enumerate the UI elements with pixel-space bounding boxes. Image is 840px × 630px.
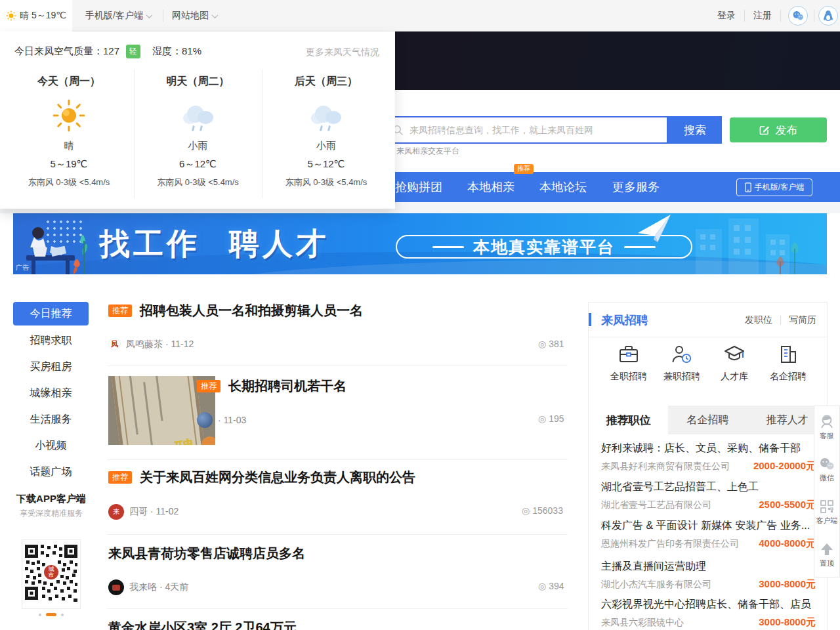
tab-recommended-jobs[interactable]: 推荐职位 xyxy=(589,406,668,434)
nav-mobile-app-label: 手机版/客户端 xyxy=(755,182,804,193)
nav-item-local-dating[interactable]: 本地相亲 xyxy=(467,172,514,202)
view-count: ◎ 195 xyxy=(538,413,564,424)
feed-item-title-text: 黄金水岸小区3室 2厅 2卫64万元 xyxy=(108,619,297,630)
feed-item-title[interactable]: 推荐 长期招聘司机若干名 xyxy=(197,377,346,395)
divider xyxy=(107,459,568,460)
wechat-login-button[interactable] xyxy=(788,6,808,26)
float-item-label: 客服 xyxy=(820,431,834,441)
views-icon: ◎ xyxy=(522,505,530,516)
wechat-contact-button[interactable]: 微信 xyxy=(814,449,839,492)
app-client-button[interactable]: 客户端 xyxy=(814,492,839,534)
sidebar-item-life[interactable]: 生活服务 xyxy=(13,408,89,431)
search-button-label: 搜索 xyxy=(684,123,706,138)
feed-item-title[interactable]: 推荐 关于来凤百姓网分类信息业务负责人离职的公告 xyxy=(108,469,415,486)
job-item[interactable]: 六彩视界视光中心招聘店长、储备干部、店员 来凤县六彩眼镜中心 3000-8000… xyxy=(601,598,816,629)
topbar-sitemap-menu[interactable]: 网站地图 xyxy=(172,0,217,32)
weather-wind: 东南风 0-3级 <5.4m/s xyxy=(157,177,239,188)
job-item[interactable]: 科发广告 & 平面设计 新媒体 安装广告 业务... 恩施州科发广告印务有限责任… xyxy=(601,519,816,550)
sidebar-item-video[interactable]: 小视频 xyxy=(13,434,89,457)
weather-condition: 小雨 xyxy=(188,140,208,152)
banner-title: 找工作 聘人才 xyxy=(100,224,388,264)
job-item[interactable]: 主播及直播间运营助理 湖北小杰汽车服务有限公司 3000-8000元 xyxy=(601,560,816,591)
register-label: 注册 xyxy=(753,10,772,22)
quick-link-parttime[interactable]: 兼职招聘 xyxy=(656,345,708,383)
app-qr-code: 城 市 xyxy=(22,539,81,609)
sidebar-item-topics[interactable]: 话题广场 xyxy=(13,460,89,484)
dash-decor xyxy=(624,246,656,248)
sidebar-item-jobs[interactable]: 招聘求职 xyxy=(13,329,89,352)
edit-icon xyxy=(759,125,770,135)
chevron-down-icon xyxy=(212,12,219,18)
job-item[interactable]: 湖北省壹号工艺品招普工、上色工 湖北省壹号工艺品有限公司 2500-5500元 xyxy=(601,480,816,511)
back-to-top-button[interactable]: 置顶 xyxy=(814,534,839,577)
views-value: 195 xyxy=(549,413,564,424)
post-job-link[interactable]: 发职位 xyxy=(745,314,772,326)
search-button[interactable]: 搜索 xyxy=(668,116,722,144)
tab-top-companies[interactable]: 名企招聘 xyxy=(668,406,747,434)
quick-link-fulltime[interactable]: 全职招聘 xyxy=(602,345,655,383)
recommend-badge: 推荐 xyxy=(108,304,132,317)
hot-search-text[interactable]: 来凤相亲交友平台 xyxy=(396,146,459,157)
nav-item-group-buy[interactable]: 抢购拼团 xyxy=(395,172,442,202)
views-icon: ◎ xyxy=(538,413,546,424)
weather-day-tomorrow: 明天（周二） 小雨 6～12℃ 东南风 0-3级 <5.4m/s xyxy=(134,70,261,198)
job-title: 科发广告 & 平面设计 新媒体 安装广告 业务... xyxy=(601,519,816,533)
feed-item-title[interactable]: 来凤县青荷坊零售店诚聘店员多名 xyxy=(108,545,305,562)
jobs-tabs: 推荐职位 名企招聘 推荐人才 xyxy=(589,406,827,434)
job-company: 湖北小杰汽车服务有限公司 xyxy=(601,579,711,591)
rain-cloud-icon xyxy=(311,106,341,125)
divider xyxy=(107,534,568,535)
quick-link-top-companies[interactable]: 名企招聘 xyxy=(762,345,814,383)
divider xyxy=(589,337,827,337)
job-title: 好利来诚聘：店长、文员、采购、储备干部 xyxy=(601,442,816,455)
more-weather-link[interactable]: 更多来凤天气情况 xyxy=(306,47,379,58)
topbar-weather[interactable]: 晴 5～19℃ xyxy=(0,0,72,32)
search-input[interactable] xyxy=(386,116,668,144)
sidebar-item-housing[interactable]: 买房租房 xyxy=(13,355,89,379)
ad-banner[interactable]: 找工作 聘人才 本地真实靠谱平台 xyxy=(13,213,827,274)
separator xyxy=(780,10,781,22)
sidebar-item-today[interactable]: 今日推荐 xyxy=(13,302,89,326)
feed-item-title-text: 长期招聘司机若干名 xyxy=(228,377,346,395)
feed-item-title[interactable]: 推荐 招聘包装人员一名和拍摄剪辑人员一名 xyxy=(108,302,363,320)
nav-item-more-services[interactable]: 更多服务 xyxy=(612,172,660,202)
graduation-cap-icon xyxy=(723,345,746,364)
qq-login-button[interactable] xyxy=(818,6,838,26)
certificate-character: 聘 xyxy=(174,434,197,445)
weather-day-after-tomorrow: 后天（周三） 小雨 5～12℃ 东南风 0-3级 <5.4m/s xyxy=(262,70,390,198)
quick-link-talent-pool[interactable]: 人才库 xyxy=(708,345,761,383)
register-link[interactable]: 注册 xyxy=(753,0,772,32)
publish-button-label: 发布 xyxy=(776,123,798,138)
app-download-title: 下载APP客户端 xyxy=(5,493,97,505)
separator xyxy=(163,10,163,22)
float-item-label: 微信 xyxy=(820,473,834,483)
job-item[interactable]: 好利来诚聘：店长、文员、采购、储备干部 来凤县好利来商贸有限责任公司 2000-… xyxy=(601,442,816,472)
write-resume-link[interactable]: 写简历 xyxy=(789,314,816,326)
sun-icon xyxy=(52,98,86,133)
publish-button[interactable]: 发布 xyxy=(730,117,827,142)
login-link[interactable]: 登录 xyxy=(717,0,736,32)
topbar-mobile-menu[interactable]: 手机版/客户端 xyxy=(85,0,152,32)
nav-mobile-app-button[interactable]: 手机版/客户端 xyxy=(736,178,812,196)
dot-active[interactable] xyxy=(46,613,56,616)
qr-code-icon xyxy=(820,500,833,513)
svg-text:市: 市 xyxy=(49,572,54,578)
wechat-icon xyxy=(792,10,804,21)
wechat-icon xyxy=(819,457,835,471)
feed-item-title[interactable]: 黄金水岸小区3室 2厅 2卫64万元 xyxy=(108,619,297,630)
weather-condition: 晴 xyxy=(64,140,74,152)
dot[interactable] xyxy=(39,614,41,616)
login-label: 登录 xyxy=(717,10,736,22)
floating-toolbar: 客服 微信 客户端 置 xyxy=(814,406,840,578)
chevron-down-icon xyxy=(146,12,152,18)
building-icon xyxy=(778,345,798,364)
rain-cloud-icon xyxy=(183,106,213,125)
nav-item-local-forum[interactable]: 本地论坛 xyxy=(539,172,587,202)
quick-link-label: 全职招聘 xyxy=(602,371,655,383)
customer-service-button[interactable]: 客服 xyxy=(814,406,839,449)
sidebar-item-dating[interactable]: 城缘相亲 xyxy=(13,381,89,405)
carousel-dots[interactable] xyxy=(22,613,81,616)
dot[interactable] xyxy=(61,614,64,616)
feed-item-title-text: 招聘包装人员一名和拍摄剪辑人员一名 xyxy=(140,302,363,320)
views-value: 394 xyxy=(549,581,564,591)
